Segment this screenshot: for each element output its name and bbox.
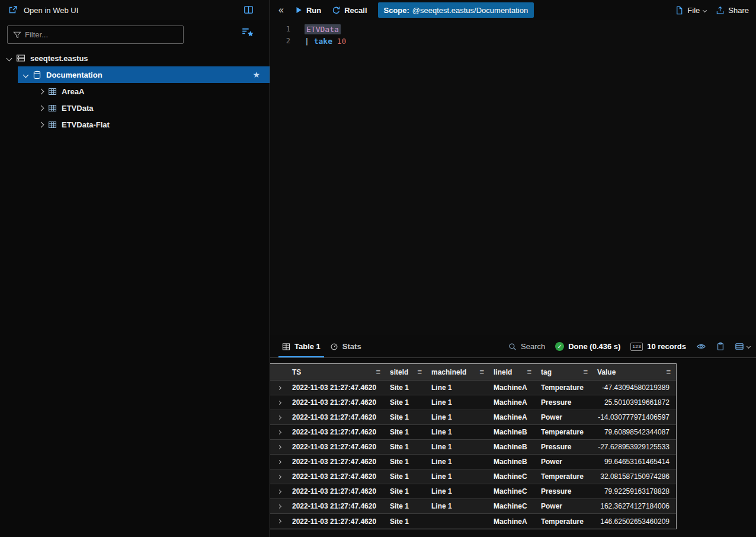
cell-tag: Temperature [537, 469, 593, 484]
cell-value: -14.030777971406597 [593, 410, 676, 424]
open-in-web-ui-button[interactable]: Open in Web UI [24, 6, 78, 15]
cell-lineid: MachineB [489, 425, 537, 439]
file-menu-button[interactable]: File [675, 6, 706, 15]
row-expand-chevron[interactable] [270, 425, 288, 439]
open-external-icon[interactable] [8, 5, 18, 15]
row-expand-chevron[interactable] [270, 484, 288, 498]
table-row[interactable]: 2022-11-03 21:27:47.4620Site 1Line 1Mach… [270, 440, 676, 455]
row-expand-chevron[interactable] [270, 455, 288, 469]
favorite-star-icon[interactable]: ★ [252, 70, 260, 79]
cell-machineid: Line 1 [427, 499, 489, 513]
row-expand-chevron[interactable] [270, 499, 288, 513]
cell-value: 32.081587150974286 [593, 469, 676, 484]
split-editor-icon[interactable] [244, 5, 254, 15]
table-row[interactable]: 2022-11-03 21:27:47.4620Site 1Line 1Mach… [270, 381, 676, 395]
recall-icon [332, 6, 341, 15]
column-header-tag[interactable]: tag≡ [537, 364, 593, 380]
table-row[interactable]: 2022-11-03 21:27:47.4620Site 1MachineATe… [270, 514, 676, 529]
recall-button[interactable]: Recall [332, 6, 367, 15]
tree-item-table[interactable]: ETVData [0, 100, 270, 116]
tree-item-cluster[interactable]: seeqtest.eastus [0, 50, 270, 66]
layout-options-button[interactable] [735, 342, 750, 351]
column-menu-icon[interactable]: ≡ [479, 367, 484, 376]
cell-tag: Temperature [537, 425, 593, 439]
table-row[interactable]: 2022-11-03 21:27:47.4620Site 1Line 1Mach… [270, 499, 676, 514]
search-button[interactable]: Search [508, 342, 545, 351]
cell-machineid [427, 514, 489, 529]
column-menu-icon[interactable]: ≡ [417, 367, 422, 376]
cell-value: 25.50103919661872 [593, 395, 676, 410]
cell-value: -47.43094580219389 [593, 381, 676, 395]
cell-siteid: Site 1 [386, 484, 427, 498]
cell-tag: Power [537, 455, 593, 469]
cell-siteid: Site 1 [386, 469, 427, 484]
cell-value: 162.36274127184006 [593, 499, 676, 513]
column-header-siteid[interactable]: siteId≡ [386, 364, 427, 380]
share-icon [716, 6, 725, 15]
collapse-panel-button[interactable]: « [278, 5, 284, 15]
column-menu-icon[interactable]: ≡ [583, 367, 588, 376]
row-expand-chevron[interactable] [270, 440, 288, 454]
cell-ts: 2022-11-03 21:27:47.4620 [288, 514, 386, 529]
panel-divider[interactable] [270, 0, 270, 537]
tree-item-table[interactable]: AreaA [0, 83, 270, 100]
token-keyword: take [314, 37, 332, 46]
copy-results-button[interactable] [716, 342, 725, 351]
table-row[interactable]: 2022-11-03 21:27:47.4620Site 1Line 1Mach… [270, 425, 676, 440]
share-button[interactable]: Share [716, 6, 749, 15]
cell-ts: 2022-11-03 21:27:47.4620 [288, 425, 386, 439]
connection-sidebar: seeqtest.eastus Documentation ★ [0, 20, 270, 537]
tab-stats[interactable]: Stats [325, 335, 366, 357]
cell-siteid: Site 1 [386, 514, 427, 529]
table-row[interactable]: 2022-11-03 21:27:47.4620Site 1Line 1Mach… [270, 484, 676, 499]
table-row[interactable]: 2022-11-03 21:27:47.4620Site 1Line 1Mach… [270, 469, 676, 484]
tab-table-1[interactable]: Table 1 [277, 335, 325, 357]
table-row[interactable]: 2022-11-03 21:27:47.4620Site 1Line 1Mach… [270, 395, 676, 410]
table-row[interactable]: 2022-11-03 21:27:47.4620Site 1Line 1Mach… [270, 455, 676, 469]
row-expand-chevron[interactable] [270, 395, 288, 410]
column-header-value[interactable]: Value≡ [593, 364, 676, 380]
column-menu-icon[interactable]: ≡ [666, 367, 671, 376]
results-panel: Table 1 Stats Search [270, 335, 756, 537]
chevron-down-icon[interactable] [23, 72, 29, 78]
tree-item-database-selected[interactable]: Documentation ★ [18, 66, 270, 83]
cell-lineid: MachineC [489, 499, 537, 513]
cell-ts: 2022-11-03 21:27:47.4620 [288, 469, 386, 484]
record-count: 123 10 records [630, 342, 686, 351]
cell-tag: Power [537, 410, 593, 424]
column-header-ts[interactable]: TS≡ [288, 364, 386, 380]
tree-item-table[interactable]: ETVData-Flat [0, 116, 270, 133]
cluster-icon [16, 53, 25, 63]
cell-machineid: Line 1 [427, 484, 489, 498]
row-expand-chevron[interactable] [270, 514, 288, 529]
table-icon [48, 104, 57, 113]
scope-badge[interactable]: Scope: @seeqtest.eastus/Documentation [378, 2, 534, 18]
line-number: 1 [270, 25, 296, 33]
column-menu-icon[interactable]: ≡ [527, 367, 531, 376]
table-row[interactable]: 2022-11-03 21:27:47.4620Site 1Line 1Mach… [270, 410, 676, 425]
code-line: 2 | take 10 [270, 35, 756, 47]
row-expand-chevron[interactable] [270, 381, 288, 395]
column-visibility-button[interactable] [696, 342, 706, 351]
filter-input[interactable] [25, 30, 183, 39]
column-header-lineid[interactable]: lineId≡ [489, 364, 537, 380]
cell-ts: 2022-11-03 21:27:47.4620 [288, 395, 386, 410]
cell-value: 79.92259163178828 [593, 484, 676, 498]
query-editor[interactable]: 1 ETVData 2 | take 10 [270, 20, 756, 335]
column-header-machineid[interactable]: machineId≡ [427, 364, 489, 380]
chevron-right-icon[interactable] [39, 88, 44, 94]
chevron-down-icon[interactable] [7, 55, 12, 61]
row-expand-chevron[interactable] [270, 469, 288, 484]
results-table-body: 2022-11-03 21:27:47.4620Site 1Line 1Mach… [270, 381, 676, 529]
cell-machineid: Line 1 [427, 425, 489, 439]
column-menu-icon[interactable]: ≡ [376, 367, 380, 376]
filter-favorites-icon[interactable] [242, 27, 254, 38]
filter-row [0, 20, 270, 46]
filter-field[interactable] [7, 25, 184, 44]
chevron-right-icon[interactable] [39, 122, 44, 127]
play-icon [294, 6, 303, 14]
chevron-right-icon[interactable] [39, 105, 44, 111]
token-table-name: ETVData [305, 24, 341, 34]
row-expand-chevron[interactable] [270, 410, 288, 424]
run-button[interactable]: Run [294, 6, 321, 15]
